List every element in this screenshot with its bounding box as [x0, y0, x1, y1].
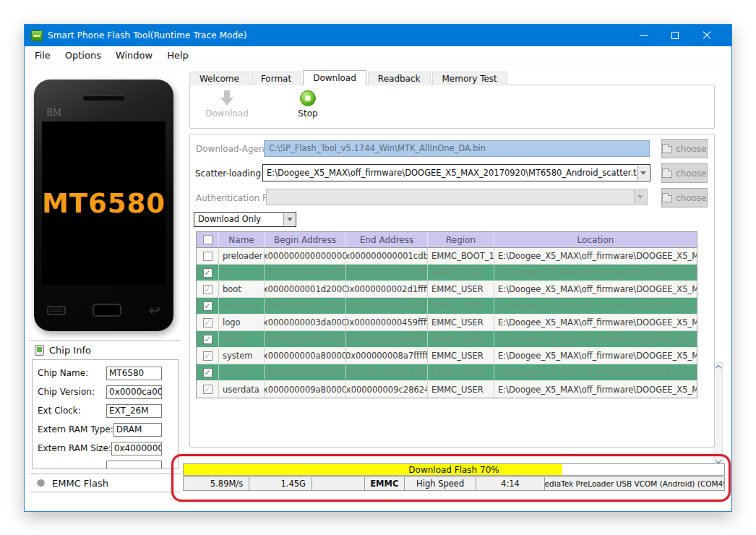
maximize-button[interactable] [659, 25, 691, 46]
location-cell: E:\Doogee_X5_MAX\off_firmware\DOOGEE_X5_… [494, 281, 697, 297]
menu-bar: FileOptionsWindowHelp [25, 46, 731, 64]
chip-field-row: Ext Clock:EXT_26M [38, 401, 162, 420]
menu-file[interactable]: File [25, 46, 58, 64]
column-header-begin-address: Begin Address [265, 232, 346, 247]
stop-icon [300, 90, 316, 106]
chip-field-label: Chip Name: [38, 368, 106, 378]
name-cell: logo [219, 314, 265, 330]
app-icon [31, 30, 43, 41]
row-checkbox-cell: ✓ [197, 281, 219, 297]
dropdown-arrow-icon[interactable] [283, 213, 295, 226]
region-cell: EMMC_USER [428, 331, 494, 347]
row-checkbox[interactable]: ✓ [203, 268, 212, 278]
row-checkbox-cell: ✓ [197, 298, 219, 314]
row-checkbox[interactable] [203, 252, 212, 261]
phone-speaker [83, 95, 125, 100]
begin-address-cell: 0x0000000003da0000 [265, 314, 346, 330]
folder-icon [662, 146, 672, 153]
begin-address-cell: 0x000000008a800000 [265, 364, 346, 380]
download-agent-field[interactable]: C:\SP_Flash_Tool_v5.1744_Win\MTK_AllInOn… [264, 140, 650, 157]
chip-field-row: Extern RAM Size:0x40000000 [38, 439, 162, 458]
home-key-icon [93, 304, 121, 317]
auth-file-combobox[interactable] [266, 189, 648, 205]
end-address-cell: 0x000000000459ffff [346, 314, 428, 330]
row-checkbox-cell: ✓ [197, 381, 219, 398]
phone-screen: MT6580 [42, 121, 166, 285]
location-cell: E:\Doogee_X5_MAX\off_firmware\DOOGEE_X5_… [494, 381, 697, 398]
name-cell: recovery [219, 298, 265, 314]
download-button[interactable]: Download [202, 90, 252, 119]
close-button[interactable] [691, 25, 723, 46]
partition-row-secro[interactable]: ✓secro0x0000000009a000000x0000000009ffff… [197, 331, 697, 348]
row-checkbox[interactable]: ✓ [203, 368, 212, 377]
name-cell: preloader [219, 248, 265, 264]
row-checkbox[interactable]: ✓ [203, 285, 212, 294]
partition-table: NameBegin AddressEnd AddressRegionLocati… [196, 231, 697, 398]
folder-icon [662, 195, 672, 202]
partition-row-userdata[interactable]: ✓userdata0x000000009a8000000x000000009c2… [197, 381, 697, 398]
download-agent-choose-button[interactable]: choose [661, 139, 708, 158]
progress-label: Download Flash 70% [184, 464, 724, 475]
scatter-file-choose-button[interactable]: choose [661, 163, 708, 183]
location-cell: E:\Doogee_X5_MAX\off_firmware\DOOGEE_X5_… [494, 298, 697, 314]
partition-row-system[interactable]: ✓system0x000000000a8000000x000000008a7ff… [197, 348, 697, 364]
status-bar: 5.89M/s1.45GEMMCHigh Speed4:14MediaTek P… [183, 476, 725, 491]
chip-field-value-partial [106, 461, 162, 470]
end-address-cell: 0x0000000003d1ffff [346, 298, 428, 314]
chip-info-icon [35, 345, 44, 356]
tab-download[interactable]: Download [303, 70, 366, 86]
tab-format[interactable]: Format [251, 72, 301, 85]
column-header-region: Region [428, 232, 494, 247]
stop-button[interactable]: Stop [283, 90, 333, 119]
chip-field-row: Extern RAM Type:DRAM [38, 420, 162, 439]
phone-nav-buttons: ↩ [47, 298, 160, 322]
chip-field-value: DRAM [113, 423, 162, 437]
row-checkbox[interactable]: ✓ [203, 301, 212, 311]
chip-field-row: Chip Name:MT6580 [38, 364, 162, 382]
name-cell: system [219, 348, 265, 364]
scroll-down-icon[interactable] [716, 458, 721, 463]
partition-row-logo[interactable]: ✓logo0x0000000003da00000x000000000459fff… [197, 314, 697, 331]
partition-row-preloader[interactable]: preloader0x00000000000000000x00000000000… [197, 248, 697, 265]
end-address-cell: 0x000000008ae1a0cf [346, 364, 428, 380]
scroll-up-icon[interactable] [716, 365, 721, 371]
begin-address-cell: 0x0000000002d20000 [265, 298, 346, 314]
menu-help[interactable]: Help [160, 46, 196, 64]
download-button-label: Download [205, 108, 249, 119]
partition-row-lk[interactable]: ✓lk0x0000000001cc00000x0000000001d1ffffE… [197, 265, 697, 281]
minimize-button[interactable] [627, 25, 659, 46]
window-controls [627, 25, 723, 46]
menu-window[interactable]: Window [108, 46, 160, 64]
emmc-flash-section[interactable]: EMMC Flash [30, 474, 181, 492]
row-checkbox-cell [197, 248, 219, 264]
status-cell-2 [312, 477, 365, 490]
begin-address-cell: 0x0000000001cc0000 [265, 265, 346, 281]
row-checkbox[interactable]: ✓ [203, 335, 212, 344]
table-header: NameBegin AddressEnd AddressRegionLocati… [197, 232, 697, 248]
region-cell: EMMC_USER [428, 265, 494, 281]
tab-readback[interactable]: Readback [368, 72, 431, 85]
row-checkbox-cell: ✓ [197, 364, 219, 380]
auth-file-choose-button[interactable]: choose [661, 188, 708, 207]
tab-memory-test[interactable]: Memory Test [432, 72, 507, 85]
partition-row-recovery[interactable]: ✓recovery0x0000000002d200000x0000000003d… [197, 298, 697, 314]
row-checkbox[interactable]: ✓ [203, 351, 212, 361]
row-checkbox[interactable]: ✓ [203, 318, 212, 328]
scatter-file-combobox[interactable]: E:\Doogee_X5_MAX\off_firmware\DOOGEE_X5_… [262, 164, 650, 181]
maximize-icon [671, 32, 679, 39]
row-checkbox[interactable]: ✓ [203, 385, 212, 394]
location-cell: E:\Doogee_X5_MAX\off_firmware\DOOGEE_X5_… [494, 348, 697, 364]
partition-row-boot[interactable]: ✓boot0x0000000001d200000x0000000002d1fff… [197, 281, 697, 298]
partition-row-cache[interactable]: ✓cache0x000000008a8000000x000000008ae1a0… [197, 364, 697, 381]
minimize-icon [640, 35, 648, 36]
menu-options[interactable]: Options [58, 46, 108, 64]
select-all-checkbox[interactable] [203, 235, 212, 244]
flash-mode-select[interactable]: Download Only [194, 212, 296, 227]
location-cell: E:\Doogee_X5_MAX\off_firmware\DOOGEE_X5_… [494, 314, 697, 330]
dropdown-arrow-icon[interactable] [637, 166, 649, 180]
end-address-cell: 0x000000008a7fffff [346, 348, 428, 364]
client-area: BM MT6580 ↩ Chip Info Chip Name:MT6580Ch… [25, 64, 731, 511]
chip-field-value: 0x40000000 [111, 442, 162, 455]
tab-welcome[interactable]: Welcome [189, 72, 249, 85]
window-title: Smart Phone Flash Tool(Runtime Trace Mod… [48, 30, 247, 40]
